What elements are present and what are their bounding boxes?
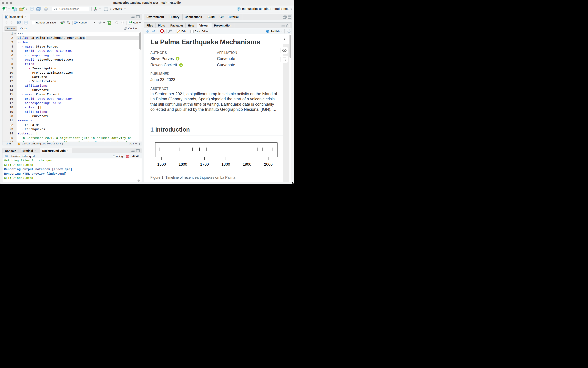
svg-text:iD: iD: [180, 64, 182, 66]
svg-text:2000: 2000: [264, 162, 273, 166]
svg-text:1500: 1500: [157, 162, 166, 166]
svg-text:ABC: ABC: [60, 21, 65, 23]
svg-text:1800: 1800: [221, 162, 230, 166]
svg-text:1900: 1900: [243, 162, 251, 166]
svg-text:C: C: [109, 22, 111, 25]
svg-text:1600: 1600: [179, 162, 187, 166]
svg-text:1700: 1700: [200, 162, 209, 166]
svg-text:STOP: STOP: [126, 156, 129, 157]
svg-text:iD: iD: [177, 58, 179, 60]
svg-text:R: R: [14, 9, 16, 11]
svg-text:R: R: [238, 8, 239, 10]
